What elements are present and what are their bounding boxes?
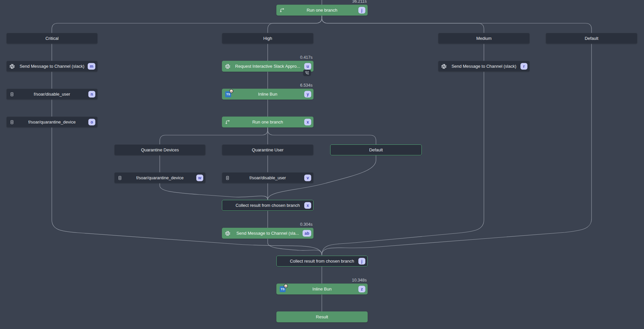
branch-icon bbox=[225, 120, 230, 124]
node-id-badge: u bbox=[304, 63, 311, 70]
node-collect-result-outer[interactable]: Collect result from chosen branch j bbox=[276, 256, 368, 267]
flow-canvas: Run one branch j 36.211s Critical High M… bbox=[0, 0, 644, 329]
node-id-badge: x bbox=[304, 202, 311, 209]
node-label: Send Message to Channel (slack) bbox=[20, 64, 84, 69]
subbranch-header-default[interactable]: Default bbox=[330, 144, 422, 155]
branch-header-critical[interactable]: Critical bbox=[6, 33, 98, 44]
typescript-icon: TS bbox=[225, 91, 231, 97]
flow-edges bbox=[0, 0, 644, 329]
node-label: Run one branch bbox=[307, 8, 337, 13]
node-id-badge: w bbox=[196, 174, 203, 181]
node-label: Result bbox=[316, 314, 328, 319]
typescript-icon: TS bbox=[280, 286, 286, 292]
node-send-message-medium[interactable]: Send Message to Channel (slack) r bbox=[438, 61, 530, 72]
duration-label: 0.417s bbox=[300, 55, 313, 60]
node-label: Inline Bun bbox=[258, 92, 277, 97]
node-request-slack-approval[interactable]: Request Interactive Slack Appro... u 0.4… bbox=[222, 61, 314, 72]
node-id-badge: j bbox=[358, 258, 365, 265]
node-label: f/soar/quarantine_device bbox=[28, 120, 75, 124]
duration-label: 36.211s bbox=[352, 0, 367, 4]
script-icon bbox=[10, 92, 14, 97]
node-collect-result-inner[interactable]: Collect result from chosen branch x bbox=[222, 200, 314, 211]
duration-label: 6.534s bbox=[300, 83, 313, 88]
node-id-badge: z bbox=[358, 286, 365, 292]
phone-incoming-icon bbox=[305, 71, 309, 75]
branch-icon bbox=[280, 8, 285, 13]
bun-icon bbox=[229, 89, 233, 93]
script-icon bbox=[118, 176, 122, 180]
node-result[interactable]: Result bbox=[276, 311, 368, 322]
branch-label: Default bbox=[369, 147, 383, 152]
node-id-badge: j bbox=[358, 7, 365, 14]
node-run-one-branch-inner[interactable]: Run one branch x bbox=[222, 117, 314, 127]
node-id-badge: x bbox=[304, 119, 311, 125]
node-id-badge: o bbox=[88, 119, 95, 125]
node-quarantine-device-sub[interactable]: f/soar/quarantine_device w bbox=[114, 172, 206, 183]
node-label: Run one branch bbox=[252, 120, 283, 124]
node-id-badge: v bbox=[304, 174, 311, 181]
branch-header-default[interactable]: Default bbox=[546, 33, 637, 44]
node-label: Collect result from chosen branch bbox=[290, 259, 354, 264]
node-disable-user-sub[interactable]: f/soar/disable_user v bbox=[222, 172, 314, 183]
node-id-badge: r bbox=[520, 63, 527, 70]
node-label: f/soar/disable_user bbox=[249, 175, 286, 180]
node-send-message-ab[interactable]: Send Message to Channel (sla... ab 0.304… bbox=[222, 228, 314, 239]
branch-label: Medium bbox=[476, 36, 492, 41]
node-label: Inline Bun bbox=[313, 287, 332, 291]
subbranch-header-quarantine-user[interactable]: Quarantine User bbox=[222, 144, 314, 155]
node-run-one-branch[interactable]: Run one branch j 36.211s bbox=[276, 5, 368, 16]
branch-label: Quarantine User bbox=[252, 147, 283, 152]
node-label: f/soar/disable_user bbox=[34, 92, 70, 97]
branch-header-high[interactable]: High bbox=[222, 33, 314, 44]
branch-label: Quarantine Devices bbox=[141, 147, 179, 152]
script-icon bbox=[225, 176, 230, 180]
node-label: Send Message to Channel (sla... bbox=[236, 231, 299, 236]
slack-icon bbox=[225, 231, 230, 236]
node-label: Collect result from chosen branch bbox=[235, 203, 300, 208]
node-id-badge: ab bbox=[303, 230, 311, 237]
node-disable-user-critical[interactable]: f/soar/disable_user n bbox=[6, 89, 98, 100]
node-inline-bun-high[interactable]: TS Inline Bun y 6.534s bbox=[222, 89, 314, 100]
bun-icon bbox=[284, 284, 288, 288]
node-label: f/soar/quarantine_device bbox=[136, 175, 183, 180]
duration-label: 10.348s bbox=[352, 278, 367, 283]
node-id-badge: m bbox=[88, 63, 95, 70]
branch-label: High bbox=[263, 36, 272, 41]
node-id-badge: y bbox=[304, 91, 311, 98]
subbranch-header-quarantine-devices[interactable]: Quarantine Devices bbox=[114, 144, 206, 155]
script-icon bbox=[10, 120, 14, 124]
slack-icon bbox=[10, 64, 15, 69]
node-id-badge: n bbox=[88, 91, 95, 98]
slack-icon bbox=[441, 64, 446, 69]
node-inline-bun-bottom[interactable]: TS Inline Bun z 10.348s bbox=[276, 284, 368, 294]
branch-label: Default bbox=[585, 36, 598, 41]
node-label: Request Interactive Slack Appro... bbox=[235, 64, 300, 69]
slack-icon bbox=[225, 64, 230, 69]
node-send-message-critical[interactable]: Send Message to Channel (slack) m bbox=[6, 61, 98, 72]
branch-header-medium[interactable]: Medium bbox=[438, 33, 530, 44]
suspend-indicator bbox=[303, 70, 311, 76]
node-label: Send Message to Channel (slack) bbox=[451, 64, 516, 69]
branch-label: Critical bbox=[46, 36, 59, 41]
duration-label: 0.304s bbox=[300, 222, 313, 227]
node-quarantine-device-critical[interactable]: f/soar/quarantine_device o bbox=[6, 117, 98, 127]
